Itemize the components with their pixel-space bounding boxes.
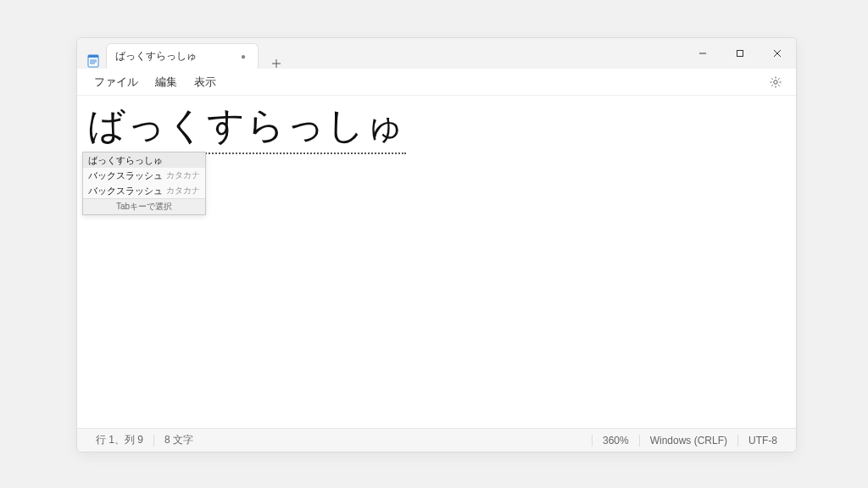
status-charcount[interactable]: 8 文字 <box>154 433 203 447</box>
statusbar: 行 1、列 9 8 文字 360% Windows (CRLF) UTF-8 <box>77 428 796 452</box>
svg-rect-6 <box>737 51 743 57</box>
menubar: ファイル 編集 表示 <box>77 69 796 96</box>
window-controls <box>684 38 796 69</box>
close-button[interactable] <box>759 38 796 69</box>
ime-candidate-popup: ばっくすらっしゅ バックスラッシュの カタカナ バックスラッシュの打ち方 カタカ… <box>82 152 206 215</box>
menu-edit[interactable]: 編集 <box>147 71 186 93</box>
app-window: ばっくすらっしゅ ● ファイル 編集 表示 <box>76 37 797 452</box>
ime-candidate-text: バックスラッシュの打ち方 <box>88 185 163 197</box>
ime-candidate-hint: カタカナ <box>166 185 200 197</box>
status-lineending[interactable]: Windows (CRLF) <box>640 435 737 446</box>
svg-rect-1 <box>88 55 98 58</box>
gear-icon <box>769 75 782 89</box>
maximize-button[interactable] <box>721 38 759 69</box>
document-tab[interactable]: ばっくすらっしゅ ● <box>106 43 259 69</box>
new-tab-button[interactable] <box>264 58 289 69</box>
ime-candidate-hint: カタカナ <box>166 169 200 181</box>
svg-point-7 <box>774 80 777 83</box>
unsaved-indicator-icon: ● <box>237 52 249 61</box>
tab-zone: ばっくすらっしゅ ● <box>77 38 684 69</box>
ime-candidate-text: ばっくすらっしゅ <box>88 154 197 167</box>
tab-title: ばっくすらっしゅ <box>115 49 197 64</box>
ime-candidate-1[interactable]: ばっくすらっしゅ <box>83 152 205 168</box>
minimize-button[interactable] <box>684 38 721 69</box>
notepad-app-icon <box>86 53 101 69</box>
ime-candidate-3[interactable]: バックスラッシュの打ち方 カタカナ <box>83 183 205 198</box>
titlebar: ばっくすらっしゅ ● <box>77 38 796 69</box>
ime-footer-hint: Tabキーで選択 <box>83 198 205 214</box>
status-position[interactable]: 行 1、列 9 <box>86 433 153 447</box>
status-zoom[interactable]: 360% <box>593 435 639 446</box>
menu-file[interactable]: ファイル <box>86 71 147 93</box>
settings-button[interactable] <box>764 70 787 94</box>
status-encoding[interactable]: UTF-8 <box>738 435 787 446</box>
editor-area[interactable]: ばっくすらっしゅ ばっくすらっしゅ バックスラッシュの カタカナ バックスラッシ… <box>77 96 796 428</box>
ime-composing-text: ばっくすらっしゅ <box>87 101 406 154</box>
ime-candidate-2[interactable]: バックスラッシュの カタカナ <box>83 168 205 183</box>
ime-candidate-text: バックスラッシュの <box>88 169 163 182</box>
menu-view[interactable]: 表示 <box>186 71 225 93</box>
